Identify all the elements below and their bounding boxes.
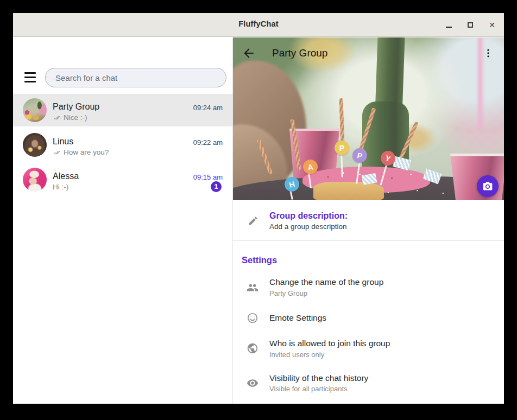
maximize-button[interactable] [466,21,475,29]
chat-name: Party Group [53,102,99,112]
camera-icon [482,181,493,192]
chat-row-party-group[interactable]: Party Group Nice :-) 09:24 am [13,94,232,126]
chat-preview: How are you? [53,148,109,156]
group-details-panel: H A P P Y Party Group [232,37,504,404]
setting-title: Emote Settings [269,313,326,323]
back-icon[interactable] [242,46,256,60]
group-icon [247,282,258,294]
setting-join-rules[interactable]: Who is allowed to join this group Invite… [233,339,504,359]
menu-icon[interactable] [24,72,36,82]
eye-icon [247,377,258,389]
search-input[interactable] [45,68,226,87]
setting-text: Who is allowed to join this group Invite… [269,339,390,359]
setting-title: Who is allowed to join this group [269,339,390,349]
setting-subtitle: Visible for all participants [269,385,368,393]
unread-count-badge: 1 [211,181,222,192]
setting-history-visibility[interactable]: Visibility of the chat history Visible f… [233,373,504,393]
edit-pencil-icon [248,215,258,226]
minimize-button[interactable] [444,21,453,29]
setting-subtitle: Party Group [269,289,383,297]
chat-preview-text: Hi :-) [53,183,68,191]
minimize-icon [446,27,452,28]
read-receipt-icon [53,149,61,156]
chat-list-panel: Party Group Nice :-) 09:24 am Linus How … [13,37,232,404]
chat-name: Linus [53,137,73,147]
change-photo-button[interactable] [477,175,499,197]
group-description-text: Group description: Add a group descripti… [269,211,348,231]
setting-change-group-name[interactable]: Change the name of the group Party Group [233,277,504,297]
fluffychat-window: FluffyChat ✕ Party Group Nice :-) [13,13,504,404]
settings-heading: Settings [242,255,504,265]
setting-subtitle: Invited users only [269,351,390,359]
avatar [23,133,47,157]
chat-preview: Nice :-) [53,113,87,122]
chat-preview-text: How are you? [64,148,109,156]
setting-text: Emote Settings [269,313,326,323]
avatar [23,168,47,192]
close-icon: ✕ [489,21,495,29]
chat-preview: Hi :-) [53,183,68,191]
read-receipt-icon [53,114,61,121]
overflow-menu-button[interactable] [481,46,495,60]
screen: FluffyChat ✕ Party Group Nice :-) [0,0,517,420]
chat-time: 09:24 am [193,104,223,112]
chat-time: 09:22 am [193,138,223,147]
maximize-icon [468,22,473,28]
divider [233,240,504,241]
detail-appbar: Party Group [233,37,504,69]
group-avatar-photo[interactable]: H A P P Y Party Group [233,37,504,200]
globe-icon [247,342,258,354]
emoji-icon [247,312,258,324]
detail-title: Party Group [272,47,327,59]
setting-title: Visibility of the chat history [269,373,368,384]
setting-title: Change the name of the group [269,277,383,288]
chat-time: 09:15 am [193,173,223,181]
close-button[interactable]: ✕ [488,21,496,29]
chat-preview-text: Nice :-) [64,113,87,122]
chat-row-linus[interactable]: Linus How are you? 09:22 am [13,129,232,161]
window-title: FluffyChat [13,20,504,28]
setting-emote-settings[interactable]: Emote Settings [233,312,504,324]
setting-text: Visibility of the chat history Visible f… [269,373,368,393]
window-controls: ✕ [444,13,496,37]
settings-list: Change the name of the group Party Group… [233,277,504,393]
titlebar: FluffyChat ✕ [13,13,504,37]
setting-text: Change the name of the group Party Group [269,277,383,297]
group-description-value: Add a group description [269,222,348,231]
kebab-menu-icon [483,48,494,59]
group-description-item[interactable]: Group description: Add a group descripti… [233,200,504,240]
avatar [23,98,47,122]
search-row [13,37,232,94]
group-description-label: Group description: [269,211,348,221]
chat-name: Alessa [53,171,79,181]
chat-row-alessa[interactable]: Alessa Hi :-) 09:15 am 1 [13,163,232,196]
